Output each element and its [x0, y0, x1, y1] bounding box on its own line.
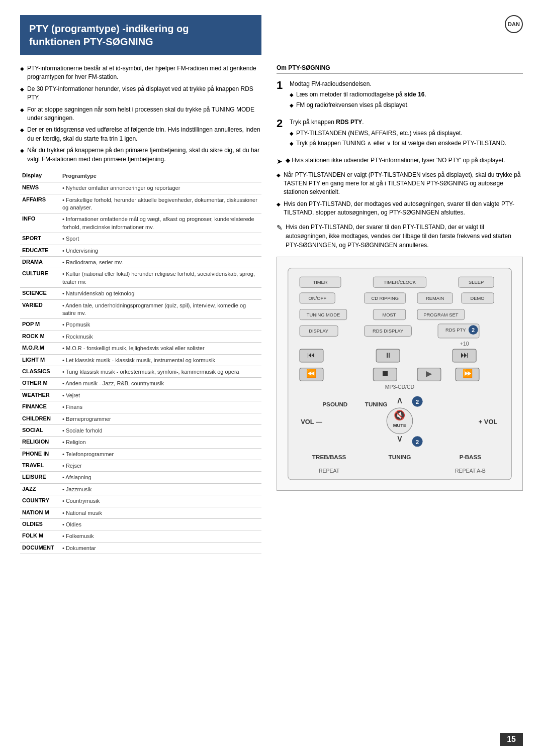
diamond-icon: ◆ [290, 102, 294, 110]
svg-text:+ VOL: + VOL [479, 417, 498, 425]
svg-text:REMAIN: REMAIN [426, 295, 444, 300]
svg-text:2: 2 [472, 327, 475, 333]
table-row: LIGHT M• Let klassisk musik - klassisk m… [20, 354, 261, 366]
step-1: 1 Modtag FM-radioudsendelsen. ◆ Læs om m… [277, 80, 523, 111]
svg-text:⏮: ⏮ [308, 350, 316, 359]
svg-text:▶: ▶ [426, 369, 432, 378]
info-bullet-2: ◆ Hvis den PTY-TILSTAND, der modtages ve… [277, 200, 523, 218]
svg-text:2: 2 [416, 398, 419, 405]
svg-text:VOL —: VOL — [301, 417, 322, 425]
bullet-item: ◆ Når du trykker på knapperne på den pri… [20, 146, 261, 164]
left-column: ◆ PTY-informationerne består af et id-sy… [20, 64, 261, 554]
table-row: CLASSICS• Tung klassisk musik - orkester… [20, 366, 261, 377]
table-row: POP M• Popmusik [20, 319, 261, 331]
step-1-bullet-1: ◆ Læs om metoder til radiomodtagelse på … [290, 90, 523, 99]
diamond-icon: ◆ [20, 147, 24, 164]
step-2-bullet-2: ◆ Tryk på knappen TUNING ∧ eller ∨ for a… [290, 139, 523, 148]
table-row: DOCUMENT• Dokumentar [20, 542, 261, 554]
page-title: PTY (programtype) -indikering og funktio… [29, 22, 252, 48]
svg-text:TUNING: TUNING [389, 454, 411, 460]
svg-text:TIMER/CLOCK: TIMER/CLOCK [384, 280, 416, 285]
svg-text:⏹: ⏹ [381, 369, 389, 378]
svg-text:RDS PTY: RDS PTY [445, 328, 466, 333]
svg-text:SLEEP: SLEEP [469, 280, 484, 285]
table-row: FINANCE• Finans [20, 401, 261, 413]
table-row: AFFAIRS• Forskellige forhold, herunder a… [20, 194, 261, 213]
svg-text:PROGRAM SET: PROGRAM SET [423, 312, 458, 317]
diamond-icon: ◆ [20, 106, 24, 123]
svg-text:TUNING: TUNING [365, 400, 388, 407]
table-row: INFO• Informationer omfattende mål og væ… [20, 213, 261, 233]
step-number-1: 1 [277, 80, 285, 111]
step-2-content: Tryk på knappen RDS PTY. ◆ PTY-TILSTANDE… [290, 118, 523, 149]
svg-text:REPEAT A-B: REPEAT A-B [455, 467, 486, 473]
right-column: Om PTY-SØGNING 1 Modtag FM-radioudsendel… [277, 64, 523, 554]
svg-text:TUNING MODE: TUNING MODE [307, 312, 340, 317]
svg-text:RDS DISPLAY: RDS DISPLAY [373, 329, 404, 334]
table-row: SOCIAL• Sociale forhold [20, 424, 261, 436]
bullet-item: ◆ De 30 PTY-informationer herunder, vise… [20, 85, 261, 102]
table-row: OLDIES• Oldies [20, 519, 261, 530]
pencil-note: ✎ Hvis den PTY-TILSTAND, der svarer til … [277, 223, 523, 250]
table-row: OTHER M• Anden musik - Jazz, R&B, countr… [20, 378, 261, 389]
step-2-bullet-1: ◆ PTY-TILSTANDEN (NEWS, AFFAIRS, etc.) v… [290, 129, 523, 138]
table-row: WEATHER• Vejret [20, 389, 261, 401]
svg-text:2: 2 [416, 438, 419, 445]
svg-text:⏪: ⏪ [307, 368, 317, 379]
step-2: 2 Tryk på knappen RDS PTY. ◆ PTY-TILSTAN… [277, 118, 523, 149]
svg-text:🔇: 🔇 [394, 409, 406, 421]
svg-text:MOST: MOST [382, 312, 396, 317]
diamond-icon: ◆ [290, 130, 294, 138]
remote-section: TIMER TIMER/CLOCK SLEEP ON/OFF CD RIPPIN… [277, 257, 523, 491]
diamond-icon: ◆ [277, 201, 281, 218]
title-box: PTY (programtype) -indikering og funktio… [20, 15, 261, 55]
table-row: LEISURE• Afslapning [20, 472, 261, 483]
svg-text:DISPLAY: DISPLAY [309, 329, 329, 334]
svg-text:TREB/BASS: TREB/BASS [312, 454, 346, 460]
bullet-item: ◆ For at stoppe søgningen når som helst … [20, 105, 261, 123]
table-row: FOLK M• Folkemusik [20, 530, 261, 542]
table-row: NATION M• National musik [20, 507, 261, 518]
table-row: SPORT• Sport [20, 233, 261, 245]
table-row: RELIGION• Religion [20, 437, 261, 448]
diamond-icon: ◆ [20, 65, 24, 82]
bullet-item: ◆ PTY-informationerne består af et id-sy… [20, 64, 261, 82]
page: DAN PTY (programtype) -indikering og fun… [0, 0, 543, 756]
svg-text:P·BASS: P·BASS [460, 454, 482, 460]
step-1-bullet-2: ◆ FM og radiofrekvensen vises på display… [290, 101, 523, 110]
svg-text:+10: +10 [460, 341, 469, 347]
bullet-item: ◆ Der er en tidsgrænsø ved udførelse af … [20, 126, 261, 143]
svg-text:MP3-CD/CD: MP3-CD/CD [385, 383, 415, 389]
diamond-icon: ◆ [20, 86, 24, 102]
table-row: COUNTRY• Countrymusik [20, 495, 261, 507]
table-row: ROCK M• Rockmusik [20, 331, 261, 342]
svg-text:∨: ∨ [396, 433, 403, 443]
step-number-2: 2 [277, 118, 285, 149]
table-header: Display Programtype [20, 171, 261, 182]
svg-text:ON/OFF: ON/OFF [309, 295, 327, 300]
svg-text:REPEAT: REPEAT [319, 467, 340, 473]
table-row: PHONE IN• Telefonprogrammer [20, 448, 261, 460]
svg-text:TIMER: TIMER [313, 280, 328, 285]
arrow-note: ➤ ◆ Hvis stationen ikke udsender PTY-inf… [277, 156, 523, 166]
arrow-icon: ➤ [277, 156, 283, 166]
diamond-icon: ◆ [277, 172, 281, 197]
diamond-icon: ◆ [20, 127, 24, 143]
svg-text:⏭: ⏭ [461, 350, 469, 359]
svg-text:MUTE: MUTE [393, 422, 406, 427]
section-title: Om PTY-SØGNING [277, 64, 523, 74]
dan-badge: DAN [505, 15, 523, 33]
pty-table: Display Programtype NEWS• Nyheder omfatt… [20, 171, 261, 554]
table-row: DRAMA• Radiodrama, serier mv. [20, 257, 261, 268]
step-1-content: Modtag FM-radioudsendelsen. ◆ Læs om met… [290, 80, 523, 111]
table-row: TRAVEL• Rejser [20, 460, 261, 472]
info-bullets: ◆ Når PTY-TILSTANDEN er valgt (PTY-TILST… [277, 171, 523, 218]
diamond-icon: ◆ [290, 91, 294, 99]
table-row: NEWS• Nyheder omfatter annonceringer og … [20, 182, 261, 194]
info-bullet-1: ◆ Når PTY-TILSTANDEN er valgt (PTY-TILST… [277, 171, 523, 197]
table-row: SCIENCE• Naturvidenskab og teknologi [20, 288, 261, 299]
diamond-icon: ◆ [290, 140, 294, 148]
svg-text:PSOUND: PSOUND [322, 400, 347, 407]
svg-text:⏩: ⏩ [463, 368, 473, 379]
pencil-icon: ✎ [277, 223, 283, 250]
